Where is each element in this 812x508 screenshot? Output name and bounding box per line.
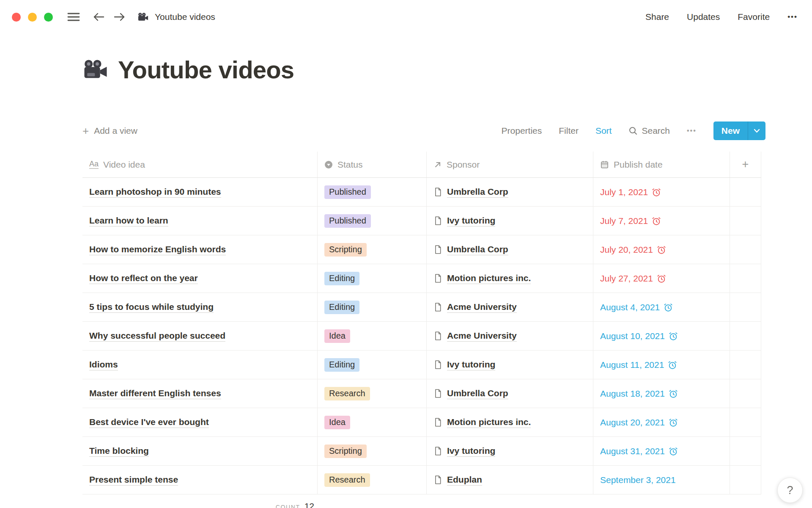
publish-date-cell[interactable]: August 18, 2021 xyxy=(593,379,730,408)
table-row[interactable]: Master different English tenses Research… xyxy=(82,379,761,408)
table-row[interactable]: Learn photoshop in 90 minutes Published … xyxy=(82,178,761,207)
sponsor-page-link[interactable]: Umbrella Corp xyxy=(447,244,508,255)
sponsor-cell[interactable]: Ivy tutoring xyxy=(427,437,593,465)
row-title-link[interactable]: How to reflect on the year xyxy=(89,273,198,284)
video-idea-cell[interactable]: Learn how to learn xyxy=(82,207,318,235)
row-title-link[interactable]: Why successful people succeed xyxy=(89,331,225,342)
row-title-link[interactable]: 5 tips to focus while studying xyxy=(89,302,214,313)
sponsor-page-link[interactable]: Acme University xyxy=(447,331,517,342)
sponsor-cell[interactable]: Motion pictures inc. xyxy=(427,264,593,293)
sponsor-cell[interactable]: Ivy tutoring xyxy=(427,207,593,235)
sponsor-page-link[interactable]: Ivy tutoring xyxy=(447,215,495,226)
status-pill[interactable]: Scripting xyxy=(324,444,367,458)
row-title-link[interactable]: Time blocking xyxy=(89,446,149,457)
sponsor-page-link[interactable]: Eduplan xyxy=(447,475,482,486)
publish-date-text[interactable]: August 18, 2021 xyxy=(600,389,665,399)
row-title-link[interactable]: Present simple tense xyxy=(89,475,178,486)
sponsor-cell[interactable]: Umbrella Corp xyxy=(427,379,593,408)
sponsor-cell[interactable]: Umbrella Corp xyxy=(427,235,593,264)
sponsor-page-link[interactable]: Acme University xyxy=(447,302,517,313)
video-idea-cell[interactable]: Idioms xyxy=(82,351,318,379)
row-title-link[interactable]: Learn how to learn xyxy=(89,215,168,226)
updates-button[interactable]: Updates xyxy=(687,12,720,22)
column-header-video-idea[interactable]: Aa Video idea xyxy=(82,152,318,177)
share-button[interactable]: Share xyxy=(645,12,669,22)
video-idea-cell[interactable]: Best device I've ever bought xyxy=(82,408,318,436)
publish-date-text[interactable]: August 31, 2021 xyxy=(600,446,665,456)
status-cell[interactable]: Scripting xyxy=(318,235,427,264)
favorite-button[interactable]: Favorite xyxy=(738,12,770,22)
status-pill[interactable]: Editing xyxy=(324,301,359,314)
row-title-link[interactable]: Master different English tenses xyxy=(89,388,221,399)
video-idea-cell[interactable]: 5 tips to focus while studying xyxy=(82,293,318,321)
sponsor-page-link[interactable]: Umbrella Corp xyxy=(447,388,508,399)
status-pill[interactable]: Idea xyxy=(324,329,350,343)
table-row[interactable]: How to memorize English words Scripting … xyxy=(82,235,761,264)
publish-date-cell[interactable]: August 4, 2021 xyxy=(593,293,730,321)
sponsor-page-link[interactable]: Ivy tutoring xyxy=(447,446,495,457)
sidebar-menu-icon[interactable] xyxy=(67,12,80,22)
status-cell[interactable]: Research xyxy=(318,466,427,494)
row-title-link[interactable]: Learn photoshop in 90 minutes xyxy=(89,187,221,198)
back-icon[interactable] xyxy=(93,11,105,22)
count-label[interactable]: COUNT xyxy=(276,504,300,508)
table-row[interactable]: Learn how to learn Published Ivy tutorin… xyxy=(82,207,761,235)
row-title-link[interactable]: Idioms xyxy=(89,359,118,370)
video-idea-cell[interactable]: Learn photoshop in 90 minutes xyxy=(82,178,318,206)
search-button[interactable]: Search xyxy=(628,126,670,136)
video-idea-cell[interactable]: Master different English tenses xyxy=(82,379,318,408)
table-row[interactable]: How to reflect on the year Editing Motio… xyxy=(82,264,761,293)
publish-date-cell[interactable]: July 20, 2021 xyxy=(593,235,730,264)
sponsor-cell[interactable]: Ivy tutoring xyxy=(427,351,593,379)
help-button[interactable]: ? xyxy=(777,478,803,503)
video-idea-cell[interactable]: Why successful people succeed xyxy=(82,322,318,350)
filter-button[interactable]: Filter xyxy=(559,126,579,136)
view-more-options-icon[interactable]: ••• xyxy=(687,127,697,135)
column-header-sponsor[interactable]: Sponsor xyxy=(427,152,593,177)
zoom-window-button[interactable] xyxy=(44,13,53,22)
status-cell[interactable]: Editing xyxy=(318,293,427,321)
sponsor-page-link[interactable]: Motion pictures inc. xyxy=(447,417,531,428)
table-row[interactable]: Why successful people succeed Idea Acme … xyxy=(82,322,761,351)
new-button-chevron-down-icon[interactable] xyxy=(748,121,765,140)
table-row[interactable]: Idioms Editing Ivy tutoring August 11, 2… xyxy=(82,351,761,379)
publish-date-text[interactable]: July 27, 2021 xyxy=(600,273,653,284)
publish-date-text[interactable]: August 10, 2021 xyxy=(600,331,665,341)
publish-date-cell[interactable]: August 31, 2021 xyxy=(593,437,730,465)
new-record-button[interactable]: New xyxy=(713,121,765,140)
table-row[interactable]: Time blocking Scripting Ivy tutoring Aug… xyxy=(82,437,761,466)
status-pill[interactable]: Idea xyxy=(324,416,350,429)
publish-date-text[interactable]: September 3, 2021 xyxy=(600,475,676,485)
video-idea-cell[interactable]: How to memorize English words xyxy=(82,235,318,264)
page-title[interactable]: Youtube videos xyxy=(118,55,294,84)
status-pill[interactable]: Research xyxy=(324,387,370,400)
publish-date-cell[interactable]: September 3, 2021 xyxy=(593,466,730,494)
publish-date-cell[interactable]: July 27, 2021 xyxy=(593,264,730,293)
sponsor-page-link[interactable]: Motion pictures inc. xyxy=(447,273,531,284)
breadcrumb-page-title[interactable]: Youtube videos xyxy=(155,12,215,22)
status-cell[interactable]: Idea xyxy=(318,322,427,350)
status-cell[interactable]: Idea xyxy=(318,408,427,436)
publish-date-cell[interactable]: July 7, 2021 xyxy=(593,207,730,235)
properties-button[interactable]: Properties xyxy=(502,126,542,136)
status-cell[interactable]: Editing xyxy=(318,264,427,293)
sponsor-cell[interactable]: Umbrella Corp xyxy=(427,178,593,206)
column-header-status[interactable]: Status xyxy=(318,152,427,177)
status-pill[interactable]: Research xyxy=(324,473,370,487)
status-cell[interactable]: Published xyxy=(318,178,427,206)
new-button-label[interactable]: New xyxy=(713,121,748,140)
sort-button[interactable]: Sort xyxy=(595,126,612,136)
publish-date-text[interactable]: August 20, 2021 xyxy=(600,417,665,428)
close-window-button[interactable] xyxy=(12,13,21,22)
publish-date-cell[interactable]: August 11, 2021 xyxy=(593,351,730,379)
publish-date-text[interactable]: August 4, 2021 xyxy=(600,302,660,312)
status-pill[interactable]: Published xyxy=(324,214,371,228)
status-cell[interactable]: Published xyxy=(318,207,427,235)
sponsor-page-link[interactable]: Umbrella Corp xyxy=(447,187,508,198)
row-title-link[interactable]: How to memorize English words xyxy=(89,244,226,255)
video-idea-cell[interactable]: Time blocking xyxy=(82,437,318,465)
publish-date-cell[interactable]: July 1, 2021 xyxy=(593,178,730,206)
publish-date-text[interactable]: July 1, 2021 xyxy=(600,187,648,197)
table-row[interactable]: Best device I've ever bought Idea Motion… xyxy=(82,408,761,437)
sponsor-cell[interactable]: Motion pictures inc. xyxy=(427,408,593,436)
